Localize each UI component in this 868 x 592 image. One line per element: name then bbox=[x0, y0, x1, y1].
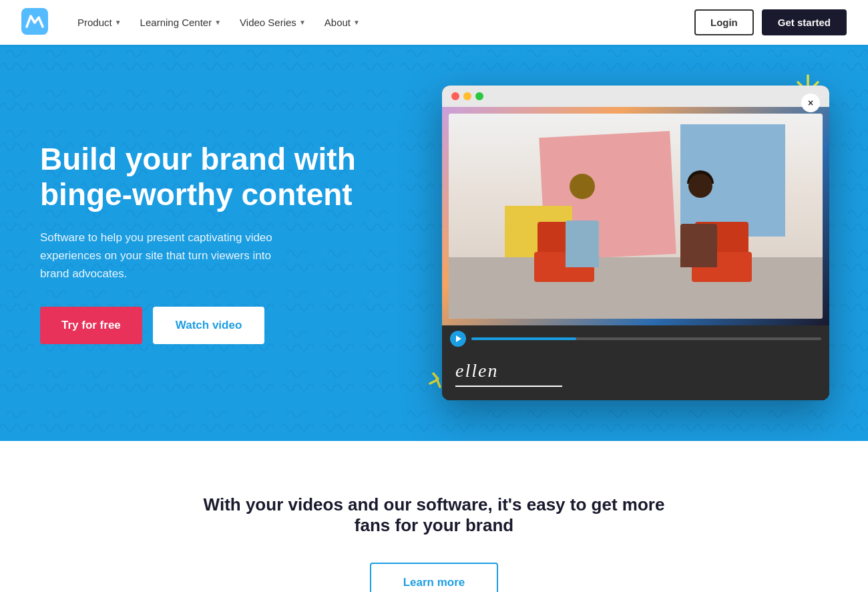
login-button[interactable]: Login bbox=[694, 9, 754, 35]
nav-links: Product ▼ Learning Center ▼ Video Series… bbox=[69, 11, 694, 33]
section-below: With your videos and our software, it's … bbox=[0, 441, 868, 592]
chevron-down-icon: ▼ bbox=[214, 19, 221, 26]
logo[interactable] bbox=[21, 8, 48, 37]
scene-floor bbox=[449, 257, 823, 319]
person-left bbox=[542, 174, 622, 267]
hero-content: Build your brand with binge-worthy conte… bbox=[0, 102, 417, 384]
chevron-down-icon: ▼ bbox=[353, 19, 360, 26]
progress-bar[interactable] bbox=[471, 337, 821, 340]
window-close-dot bbox=[451, 92, 459, 100]
browser-bottom: ellen bbox=[442, 352, 829, 400]
svg-line-7 bbox=[433, 374, 438, 379]
person-right-head bbox=[688, 174, 712, 198]
play-icon bbox=[456, 335, 461, 342]
video-scene bbox=[449, 114, 823, 318]
chevron-down-icon: ▼ bbox=[299, 19, 306, 26]
video-controls bbox=[442, 325, 829, 352]
person-right bbox=[660, 174, 740, 267]
video-frame bbox=[442, 107, 829, 325]
person-right-body bbox=[680, 224, 717, 267]
hero-section: Build your brand with binge-worthy conte… bbox=[0, 0, 868, 441]
window-maximize-dot bbox=[475, 92, 483, 100]
watch-video-button[interactable]: Watch video bbox=[153, 307, 265, 344]
browser-content: ellen bbox=[442, 107, 829, 400]
nav-actions: Login Get started bbox=[694, 9, 847, 35]
progress-fill bbox=[471, 337, 576, 340]
nav-learning-center[interactable]: Learning Center ▼ bbox=[132, 11, 229, 33]
video-inner bbox=[449, 114, 823, 318]
hero-subtitle: Software to help you present captivating… bbox=[40, 229, 294, 283]
learn-more-button[interactable]: Learn more bbox=[370, 563, 499, 592]
get-started-button[interactable]: Get started bbox=[762, 9, 847, 35]
browser-mockup: × bbox=[442, 86, 829, 400]
person-left-body bbox=[566, 220, 599, 267]
navigation: Product ▼ Learning Center ▼ Video Series… bbox=[0, 0, 868, 45]
hero-visual: × bbox=[417, 59, 868, 426]
nav-product[interactable]: Product ▼ bbox=[69, 11, 130, 33]
nav-about[interactable]: About ▼ bbox=[316, 11, 368, 33]
try-for-free-button[interactable]: Try for free bbox=[40, 307, 142, 344]
play-button[interactable] bbox=[450, 331, 466, 347]
section-title: With your videos and our software, it's … bbox=[200, 494, 668, 536]
hero-buttons: Try for free Watch video bbox=[40, 307, 417, 344]
window-minimize-dot bbox=[463, 92, 471, 100]
signature-text: ellen bbox=[455, 360, 816, 382]
signature-line bbox=[455, 386, 562, 387]
person-left-head bbox=[570, 174, 595, 199]
browser-bar bbox=[442, 86, 829, 107]
hero-title: Build your brand with binge-worthy conte… bbox=[40, 142, 417, 212]
chevron-down-icon: ▼ bbox=[115, 19, 122, 26]
nav-video-series[interactable]: Video Series ▼ bbox=[232, 11, 314, 33]
svg-line-6 bbox=[430, 380, 437, 384]
